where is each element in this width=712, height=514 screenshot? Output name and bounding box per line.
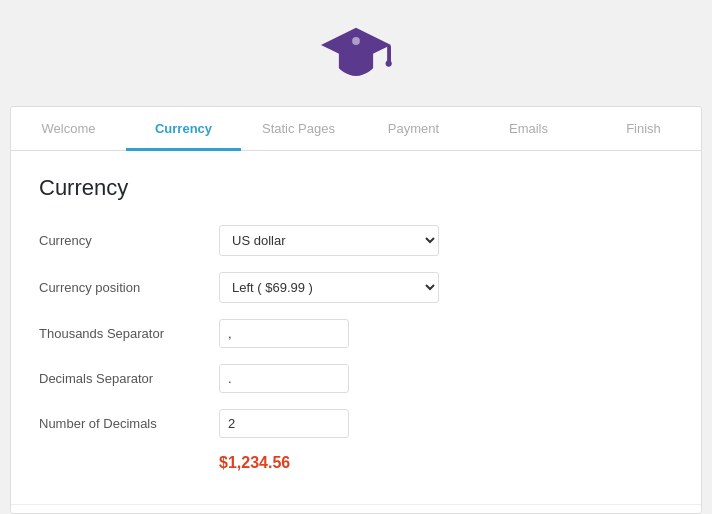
decimals-separator-label: Decimals Separator: [39, 371, 219, 386]
currency-position-select[interactable]: Left ( $69.99 ): [219, 272, 439, 303]
main-card: Welcome Currency Static Pages Payment Em…: [10, 106, 702, 514]
decimals-separator-row: Decimals Separator: [39, 364, 673, 393]
tab-welcome[interactable]: Welcome: [11, 107, 126, 150]
currency-position-row: Currency position Left ( $69.99 ): [39, 272, 673, 303]
tabs-bar: Welcome Currency Static Pages Payment Em…: [11, 107, 701, 151]
currency-position-label: Currency position: [39, 280, 219, 295]
decimals-separator-control: [219, 364, 439, 393]
currency-position-control: Left ( $69.99 ): [219, 272, 439, 303]
decimals-separator-input[interactable]: [219, 364, 349, 393]
number-of-decimals-control: [219, 409, 439, 438]
svg-point-2: [386, 60, 392, 66]
currency-select[interactable]: US dollar: [219, 225, 439, 256]
tab-currency[interactable]: Currency: [126, 107, 241, 150]
thousands-separator-row: Thousands Separator: [39, 319, 673, 348]
section-title: Currency: [39, 175, 673, 201]
currency-label: Currency: [39, 233, 219, 248]
preview-price: $1,234.56: [219, 454, 673, 472]
svg-rect-1: [387, 45, 391, 62]
number-of-decimals-input[interactable]: [219, 409, 349, 438]
graduation-cap-icon: [316, 20, 396, 90]
currency-control: US dollar: [219, 225, 439, 256]
card-content: Currency Currency US dollar Currency pos…: [11, 151, 701, 504]
thousands-separator-input[interactable]: [219, 319, 349, 348]
logo-area: [316, 0, 396, 106]
thousands-separator-label: Thousands Separator: [39, 326, 219, 341]
tab-emails[interactable]: Emails: [471, 107, 586, 150]
card-footer: Skip to next step Back to Dashboard Cont…: [11, 504, 701, 514]
currency-row: Currency US dollar: [39, 225, 673, 256]
number-of-decimals-label: Number of Decimals: [39, 416, 219, 431]
tab-static-pages[interactable]: Static Pages: [241, 107, 356, 150]
tab-payment[interactable]: Payment: [356, 107, 471, 150]
thousands-separator-control: [219, 319, 439, 348]
tab-finish[interactable]: Finish: [586, 107, 701, 150]
svg-point-3: [352, 37, 360, 45]
number-of-decimals-row: Number of Decimals: [39, 409, 673, 438]
